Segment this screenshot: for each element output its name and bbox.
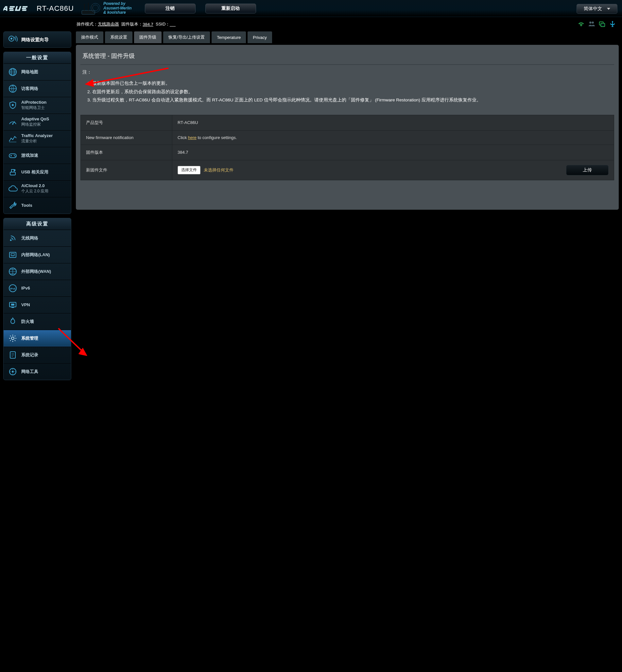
tab-system[interactable]: 系统设置	[105, 31, 133, 43]
sidebar-item-lan[interactable]: 内部网络(LAN)	[4, 246, 71, 263]
sidebar-item-aicloud[interactable]: AiCloud 2.0个人云 2.0 应用	[4, 180, 71, 197]
row-new-fw-notify-value: Click here to configure settings.	[172, 130, 614, 145]
sidebar-item-label: 内部网络(LAN)	[21, 252, 50, 258]
sidebar-item-game-boost[interactable]: 游戏加速	[4, 147, 71, 164]
wan-status-icon[interactable]	[598, 20, 606, 28]
svg-rect-16	[601, 23, 605, 27]
sidebar-item-network-map[interactable]: 网络地图	[4, 64, 71, 80]
ipv6-icon: IPv6	[8, 284, 17, 293]
tab-privacy[interactable]: Privacy	[248, 31, 272, 43]
notes-title: 注：	[80, 68, 614, 76]
sidebar-item-label: IPv6	[21, 285, 30, 291]
sidebar-item-firewall[interactable]: 防火墙	[4, 313, 71, 330]
sidebar-item-label: 网络工具	[21, 369, 38, 374]
cloud-icon	[8, 185, 18, 193]
sidebar-item-usb-app[interactable]: USB 相关应用	[4, 164, 71, 180]
wifi-icon[interactable]	[578, 20, 585, 28]
svg-point-37	[10, 239, 12, 241]
sidebar-item-label: AiCloud 2.0	[21, 183, 45, 188]
sidebar-item-label: 系统管理	[21, 336, 38, 341]
row-new-fw-file-label: 新固件文件	[81, 160, 172, 180]
sidebar-item-traffic-analyzer[interactable]: Traffic Analyzer流量分析	[4, 130, 71, 147]
sidebar-item-label: 无线网络	[21, 236, 38, 241]
tab-temperature[interactable]: Temperature	[212, 31, 246, 43]
chart-icon	[8, 134, 17, 143]
usb-icon[interactable]	[609, 20, 616, 28]
sidebar-item-wan[interactable]: 外部网络(WAN)	[4, 263, 71, 280]
sidebar-item-label: VPN	[21, 302, 30, 307]
svg-rect-4	[15, 9, 20, 11]
sidebar-item-guest-network[interactable]: 访客网络	[4, 80, 71, 97]
svg-rect-48	[11, 304, 14, 306]
svg-rect-3	[15, 6, 18, 9]
sidebar-item-adaptive-qos[interactable]: Adaptive QoS网络监控家	[4, 113, 71, 130]
sidebar-item-system-log[interactable]: 系统记录	[4, 346, 71, 363]
op-mode-value[interactable]: 无线路由器	[98, 21, 119, 27]
firewall-icon	[8, 317, 17, 326]
tab-operation-mode[interactable]: 操作模式	[76, 31, 103, 43]
tab-restore-save[interactable]: 恢复/导出/上传设置	[163, 31, 210, 43]
sidebar-item-tools[interactable]: Tools	[4, 197, 71, 214]
clients-icon[interactable]	[588, 20, 595, 28]
row-product-model-value: RT-AC86U	[172, 115, 614, 130]
sidebar-item-aiprotection[interactable]: AiProtection智能网络卫士	[4, 97, 71, 113]
svg-rect-7	[22, 7, 26, 9]
logout-button[interactable]: 注销	[145, 4, 196, 13]
svg-point-32	[14, 155, 15, 156]
sidebar-advanced: 高级设置 无线网络 内部网络(LAN) 外部网络(WAN) IPv6 IPv6	[3, 218, 71, 380]
svg-text:IPv6: IPv6	[10, 287, 16, 290]
language-select[interactable]: 简体中文	[577, 4, 617, 14]
fw-label: 固件版本：	[121, 21, 143, 27]
svg-rect-8	[22, 9, 27, 11]
sidebar-item-vpn[interactable]: VPN	[4, 296, 71, 313]
top-buttons: 注销 重新启动	[145, 4, 256, 13]
svg-rect-35	[11, 169, 14, 172]
sidebar-item-wireless[interactable]: 无线网络	[4, 230, 71, 246]
sidebar-item-label: 系统记录	[21, 352, 38, 358]
ssid-label: SSID：	[156, 21, 170, 27]
here-link[interactable]: here	[188, 135, 197, 140]
firmware-table: 产品型号 RT-AC86U New firmware notification …	[80, 115, 614, 180]
gauge-icon	[8, 117, 17, 127]
router-icon	[77, 1, 100, 16]
reboot-button[interactable]: 重新启动	[205, 4, 256, 13]
tab-firmware-upgrade[interactable]: 固件升级	[134, 31, 162, 43]
select-file-button[interactable]: 选择文件	[178, 166, 201, 174]
sidebar-item-label: 防火墙	[21, 319, 34, 324]
svg-point-36	[14, 169, 16, 171]
upload-button[interactable]: 上传	[566, 165, 609, 175]
click-text: Click	[178, 135, 188, 140]
no-file-text: 未选择任何文件	[204, 167, 234, 173]
lan-icon	[8, 250, 17, 260]
sidebar-item-label: Adaptive QoS	[21, 116, 49, 122]
sidebar-item-label: 网络地图	[21, 69, 38, 75]
shield-icon	[8, 101, 17, 110]
top-bar: RT-AC86U Powered by Asuswrt-Merlin & koo…	[0, 0, 622, 17]
svg-rect-38	[9, 252, 16, 258]
globe-wifi-icon	[8, 84, 17, 93]
note-item: 最新版本固件已包含上一版本的更新。	[92, 79, 614, 88]
status-icons	[578, 20, 616, 28]
svg-point-25	[12, 104, 14, 106]
svg-rect-0	[9, 6, 15, 7]
svg-point-49	[11, 337, 14, 340]
ssid-value[interactable]	[170, 22, 176, 27]
svg-rect-39	[11, 254, 14, 256]
sidebar-item-ipv6[interactable]: IPv6 IPv6	[4, 280, 71, 296]
row-fw-version-value: 384.7	[172, 145, 614, 160]
panel-firmware-upgrade: 系统管理 - 固件升级 注： 最新版本固件已包含上一版本的更新。 在固件更新后，…	[76, 45, 619, 210]
svg-point-14	[93, 5, 98, 11]
sidebar-item-label: 外部网络(WAN)	[21, 269, 51, 274]
sidebar-item-label: AiProtection	[21, 100, 46, 105]
panel-title: 系统管理 - 固件升级	[80, 49, 614, 64]
fw-value[interactable]: 384.7	[143, 22, 153, 27]
wifi-signal-icon	[8, 234, 17, 243]
svg-rect-29	[9, 154, 16, 158]
content-area: 操作模式 系统设置 固件升级 恢复/导出/上传设置 Temperature Pr…	[76, 31, 619, 384]
qis-button[interactable]: 网络设置向导	[3, 31, 71, 48]
sidebar-item-administration[interactable]: 系统管理	[4, 330, 71, 346]
svg-rect-1	[9, 7, 13, 9]
status-bar: 操作模式： 无线路由器 固件版本： 384.7 SSID：	[0, 17, 622, 31]
sidebar: 网络设置向导 一般设置 网络地图 访客网络 AiProtection智能网络卫士	[3, 31, 71, 384]
sidebar-item-network-tools[interactable]: 网络工具	[4, 363, 71, 380]
